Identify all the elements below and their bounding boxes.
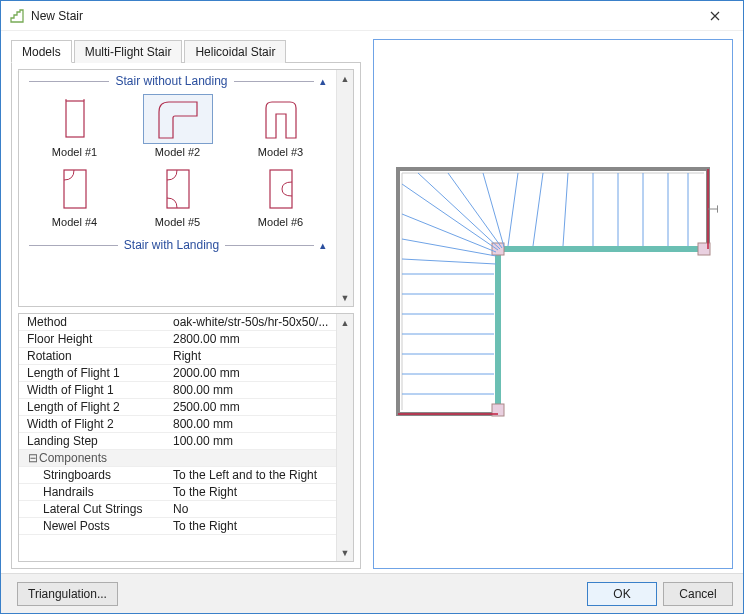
model-label: Model #4: [30, 216, 120, 228]
collapse-icon: ▴: [320, 75, 332, 88]
titlebar: New Stair: [1, 1, 743, 31]
collapse-icon: ▴: [320, 239, 332, 252]
svg-line-19: [402, 239, 496, 256]
scroll-down-icon[interactable]: ▼: [337, 544, 353, 561]
models-panel: Stair without Landing ▴ Model #1: [11, 63, 361, 569]
left-column: Models Multi-Flight Stair Helicoidal Sta…: [11, 39, 361, 569]
svg-rect-5: [270, 170, 292, 208]
window-title: New Stair: [31, 9, 695, 23]
stair-preview-drawing: [388, 154, 718, 454]
prop-width-flight-1[interactable]: Width of Flight 1800.00 mm: [19, 382, 336, 399]
model-2-icon: [143, 94, 213, 144]
svg-rect-3: [64, 170, 86, 208]
stair-preview: [373, 39, 733, 569]
section-label: Stair with Landing: [124, 238, 219, 252]
svg-rect-4: [167, 170, 189, 208]
prop-length-flight-2[interactable]: Length of Flight 22500.00 mm: [19, 399, 336, 416]
prop-method[interactable]: Methodoak-white/str-50s/hr-50x50/...: [19, 314, 336, 331]
model-label: Model #1: [30, 146, 120, 158]
tab-models[interactable]: Models: [11, 40, 72, 63]
model-label: Model #2: [133, 146, 223, 158]
model-scrollbar[interactable]: ▲ ▼: [336, 70, 353, 306]
right-column: [373, 39, 733, 569]
cancel-button[interactable]: Cancel: [663, 582, 733, 606]
prop-width-flight-2[interactable]: Width of Flight 2800.00 mm: [19, 416, 336, 433]
model-3[interactable]: Model #3: [236, 94, 326, 158]
prop-floor-height[interactable]: Floor Height2800.00 mm: [19, 331, 336, 348]
properties-list: Methodoak-white/str-50s/hr-50x50/... Flo…: [19, 314, 336, 561]
app-icon: [9, 8, 25, 24]
collapse-icon: ⊟: [27, 450, 39, 466]
tab-multi-flight[interactable]: Multi-Flight Stair: [74, 40, 183, 63]
model-5[interactable]: Model #5: [133, 164, 223, 228]
scroll-up-icon[interactable]: ▲: [337, 70, 353, 87]
section-with-landing[interactable]: Stair with Landing ▴: [23, 236, 332, 254]
svg-rect-0: [66, 101, 84, 137]
scroll-up-icon[interactable]: ▲: [337, 314, 353, 331]
svg-line-25: [508, 173, 518, 246]
svg-line-26: [533, 173, 543, 246]
prop-handrails[interactable]: HandrailsTo the Right: [19, 484, 336, 501]
tab-helicoidal[interactable]: Helicoidal Stair: [184, 40, 286, 63]
model-grid-1: Model #1 Model #2: [23, 94, 332, 228]
prop-lateral-cut-strings[interactable]: Lateral Cut StringsNo: [19, 501, 336, 518]
model-4[interactable]: Model #4: [30, 164, 120, 228]
dialog-content: Models Multi-Flight Stair Helicoidal Sta…: [1, 31, 743, 573]
properties-grid: Methodoak-white/str-50s/hr-50x50/... Flo…: [18, 313, 354, 562]
dialog-footer: Triangulation... OK Cancel: [1, 573, 743, 613]
properties-scrollbar[interactable]: ▲ ▼: [336, 314, 353, 561]
model-3-icon: [246, 94, 316, 144]
model-4-icon: [40, 164, 110, 214]
svg-rect-7: [492, 243, 504, 255]
prop-landing-step[interactable]: Landing Step100.00 mm: [19, 433, 336, 450]
prop-rotation[interactable]: RotationRight: [19, 348, 336, 365]
section-without-landing[interactable]: Stair without Landing ▴: [23, 72, 332, 90]
prop-group-components[interactable]: ⊟Components: [19, 450, 336, 467]
section-label: Stair without Landing: [115, 74, 227, 88]
svg-line-27: [563, 173, 568, 246]
prop-stringboards[interactable]: StringboardsTo the Left and to the Right: [19, 467, 336, 484]
model-1[interactable]: Model #1: [30, 94, 120, 158]
model-label: Model #5: [133, 216, 223, 228]
model-label: Model #3: [236, 146, 326, 158]
prop-length-flight-1[interactable]: Length of Flight 12000.00 mm: [19, 365, 336, 382]
triangulation-button[interactable]: Triangulation...: [17, 582, 118, 606]
prop-newel-posts[interactable]: Newel PostsTo the Right: [19, 518, 336, 535]
model-list: Stair without Landing ▴ Model #1: [19, 70, 336, 306]
model-1-icon: [40, 94, 110, 144]
model-2[interactable]: Model #2: [133, 94, 223, 158]
model-6[interactable]: Model #6: [236, 164, 326, 228]
model-label: Model #6: [236, 216, 326, 228]
new-stair-dialog: New Stair Models Multi-Flight Stair Heli…: [0, 0, 744, 614]
model-6-icon: [246, 164, 316, 214]
ok-button[interactable]: OK: [587, 582, 657, 606]
tabs: Models Multi-Flight Stair Helicoidal Sta…: [11, 39, 361, 63]
svg-line-22: [418, 173, 500, 249]
svg-line-21: [402, 184, 498, 250]
model-picker: Stair without Landing ▴ Model #1: [18, 69, 354, 307]
scroll-down-icon[interactable]: ▼: [337, 289, 353, 306]
svg-line-18: [402, 259, 496, 264]
model-5-icon: [143, 164, 213, 214]
close-button[interactable]: [695, 1, 735, 31]
